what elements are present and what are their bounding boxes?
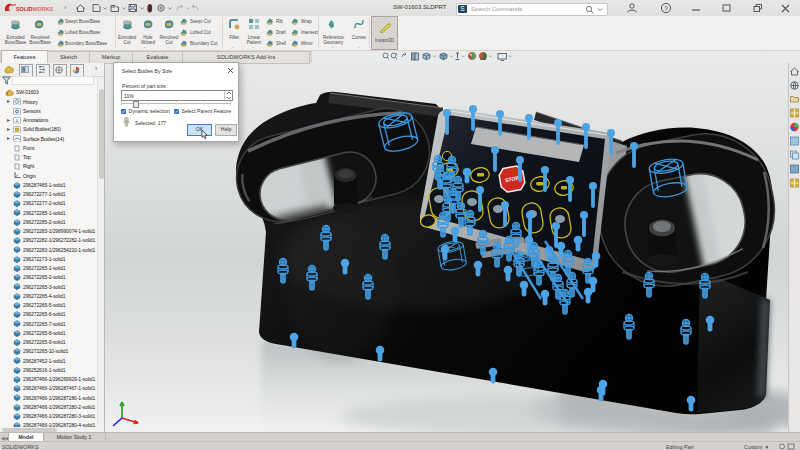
svg-text:?: ? xyxy=(664,5,668,12)
svg-text:SOLIDWORKS: SOLIDWORKS xyxy=(16,6,54,12)
